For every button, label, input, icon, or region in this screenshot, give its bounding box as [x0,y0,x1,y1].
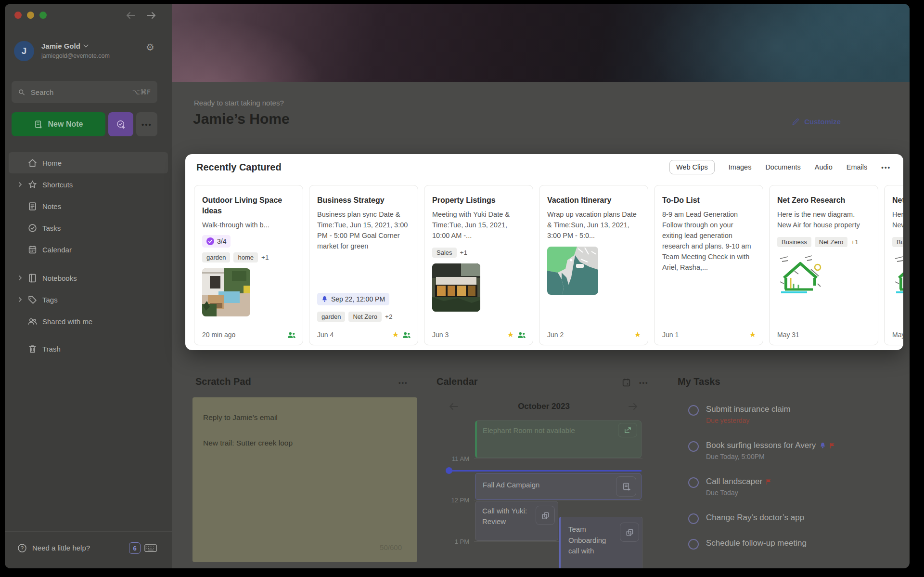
task-row[interactable]: Submit insurance claim Due yesterday [688,405,900,424]
calendar-icon [27,245,38,255]
customize-button[interactable]: Customize [792,118,841,126]
task-checkbox[interactable] [688,441,699,452]
note-thumbnail-map [547,247,598,295]
minimize-window-button[interactable] [27,12,34,19]
scratch-pad-title: Scratch Pad [195,376,251,387]
tab-web-clips[interactable]: Web Clips [669,160,715,174]
scratch-pad-note[interactable]: Reply to Jamie’s email New trail: Sutter… [192,397,417,562]
keyboard-icon[interactable] [144,544,157,552]
note-card[interactable]: Net Zero Research Here is the new diagra… [884,185,903,345]
task-row[interactable]: Change Ray’s doctor’s app [688,513,900,523]
tag-pill[interactable]: Net Zero [815,237,848,247]
tab-emails[interactable]: Emails [847,163,868,171]
sidebar-more-button[interactable]: ••• [136,112,157,136]
character-counter: 50/600 [380,543,402,551]
history-back-icon[interactable] [125,10,137,21]
calendar-share-icon[interactable] [618,423,637,437]
tag-pill[interactable]: garden [202,252,230,262]
tag-pill[interactable]: Business [777,237,811,247]
task-checkbox[interactable] [688,477,699,488]
sidebar-item-home[interactable]: Home [9,152,168,173]
notification-badge[interactable]: 6 [129,542,141,554]
greeting-text: Ready to start taking notes? [194,99,284,107]
tag-icon [27,295,38,305]
account-menu[interactable]: Jamie Gold [41,42,89,50]
task-row[interactable]: Call landscaper Due Today [688,477,900,497]
chevron-right-icon[interactable] [17,275,23,281]
task-row[interactable]: Book surfing lessons for Avery Due Today… [688,441,900,460]
avatar[interactable]: J [14,41,34,61]
shared-icon [517,331,526,339]
note-card[interactable]: To-Do List 8-9 am Lead Generation Follow… [654,185,763,345]
note-icon [27,201,38,211]
calendar-event-call-with-yuki[interactable]: Call with Yuki: Review [475,501,558,541]
calendar-event-fall-ad-campaign[interactable]: Fall Ad Campaign [475,473,642,500]
sidebar-item-shared-with-me[interactable]: Shared with me [9,311,168,332]
sidebar-item-notebooks[interactable]: Notebooks [9,267,168,288]
notebook-icon [27,273,38,283]
note-thumbnail-house-diagram [892,253,903,295]
chevron-right-icon[interactable] [17,182,23,187]
prev-month-icon[interactable] [448,401,460,412]
calendar-small-icon[interactable] [621,378,631,388]
close-window-button[interactable] [14,12,22,19]
people-icon [27,316,38,327]
scratch-pad-more-button[interactable]: ••• [398,379,408,386]
tab-audio[interactable]: Audio [815,163,833,171]
sidebar-item-notes[interactable]: Notes [9,196,168,217]
sidebar-item-shortcuts[interactable]: Shortcuts [9,174,168,195]
sidebar-item-calendar[interactable]: Calendar [9,239,168,260]
calendar-event-elephant-room[interactable]: Elephant Room not available [475,420,642,458]
scratch-line: Reply to Jamie’s email [203,413,278,422]
widget-title: Recently Captured [196,162,282,173]
sidebar-item-tasks[interactable]: Tasks [9,217,168,238]
new-note-button[interactable]: New Note [12,112,105,136]
starred-icon: ★ [634,331,641,339]
search-input[interactable] [30,88,128,97]
tag-pill[interactable]: garden [317,312,345,322]
sidebar-item-trash[interactable]: Trash [9,338,168,359]
page-title: Jamie’s Home [193,111,290,127]
note-card[interactable]: Outdoor Living Space Ideas Walk-through … [194,185,303,345]
evernote-window: J Jamie Gold jamiegold@evernote.com ⚙ ⌥⌘… [5,4,910,568]
note-card[interactable]: Net Zero Research Here is the new diagra… [769,185,878,345]
history-forward-icon[interactable] [145,10,157,21]
note-card[interactable]: Business Strategy Business plan sync Dat… [309,185,418,345]
gear-icon[interactable]: ⚙ [146,41,154,53]
task-checkbox[interactable] [688,539,699,550]
search-icon [18,88,25,96]
tag-pill[interactable]: home [233,252,258,262]
tags-overflow: +1 [460,249,467,256]
trash-icon [27,344,38,354]
note-thumbnail-house-diagram [777,253,823,295]
check-circle-icon [27,223,38,233]
help-label[interactable]: Need a little help? [32,544,90,552]
tag-pill[interactable]: Business [892,237,903,247]
note-add-icon[interactable] [616,476,636,497]
sidebar: J Jamie Gold jamiegold@evernote.com ⚙ ⌥⌘… [5,4,172,568]
new-task-button[interactable] [108,112,133,136]
task-checkbox[interactable] [688,405,699,416]
chevron-right-icon[interactable] [17,297,23,302]
note-add-icon [34,120,43,129]
tab-images[interactable]: Images [729,163,752,171]
calendar-more-button[interactable]: ••• [639,379,649,386]
note-card[interactable]: Vacation Itinerary Wrap up vacation plan… [539,185,648,345]
zoom-window-button[interactable] [39,12,47,19]
task-checkbox[interactable] [688,513,699,524]
note-date: Jun 2 [547,331,564,339]
bell-icon [820,442,826,449]
search-box[interactable]: ⌥⌘F [12,81,157,103]
next-month-icon[interactable] [627,401,639,412]
task-row[interactable]: Schedule follow-up meeting [688,538,900,548]
copy-icon[interactable] [620,523,639,542]
copy-icon[interactable] [536,506,555,525]
tab-documents[interactable]: Documents [765,163,800,171]
question-circle-icon[interactable]: ? [17,543,27,553]
note-card[interactable]: Property Listings Meeting with Yuki Date… [424,185,533,345]
sidebar-item-tags[interactable]: Tags [9,289,168,310]
tag-pill[interactable]: Sales [432,248,457,258]
widget-more-button[interactable]: ••• [881,164,891,171]
calendar-event-team-onboarding[interactable]: Team Onboarding call with [559,517,642,568]
tag-pill[interactable]: Net Zero [348,312,382,322]
